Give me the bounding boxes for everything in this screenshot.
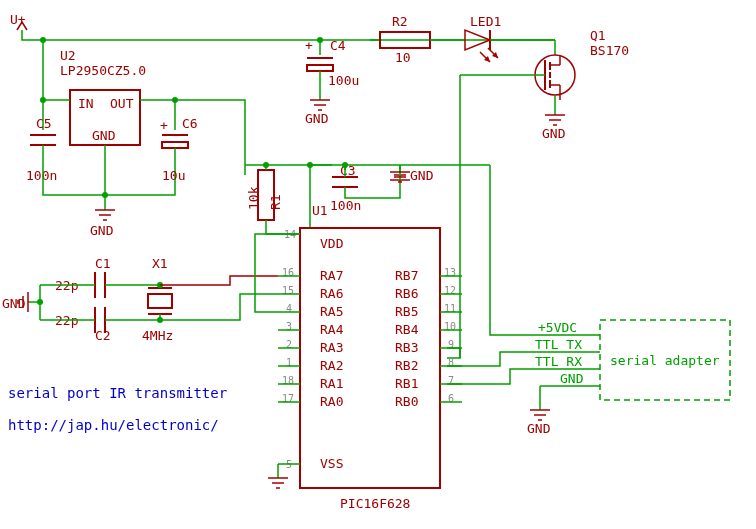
gnd-u1 <box>268 478 288 488</box>
wire-u2-out <box>140 100 245 175</box>
svg-text:RA0: RA0 <box>320 394 343 409</box>
u1-ref: U1 <box>312 203 328 218</box>
u1-left-pins: RA7 RA6 RA5 RA4 RA3 RA2 RA1 RA0 16 15 4 … <box>282 267 344 409</box>
svg-text:+: + <box>305 38 313 53</box>
q1-ref: Q1 <box>590 28 606 43</box>
url-text: http://jap.hu/electronic/ <box>8 417 219 433</box>
svg-point-41 <box>263 162 269 168</box>
svg-text:RA1: RA1 <box>320 376 343 391</box>
line-rx: TTL RX <box>535 354 582 369</box>
gnd-xtal: GND <box>2 292 28 312</box>
svg-text:RA2: RA2 <box>320 358 343 373</box>
r1-ref: R1 <box>268 194 283 210</box>
serial-adapter-label: serial adapter <box>610 353 720 368</box>
svg-text:RB1: RB1 <box>395 376 418 391</box>
c3-val: 100n <box>330 198 361 213</box>
svg-text:GND: GND <box>90 223 114 238</box>
u1-vdd: VDD <box>320 236 344 251</box>
svg-text:RB6: RB6 <box>395 286 418 301</box>
x1-ref: X1 <box>152 256 168 271</box>
u1-vss: VSS <box>320 456 343 471</box>
svg-text:RB2: RB2 <box>395 358 418 373</box>
led1-ref: LED1 <box>470 14 501 29</box>
svg-text:RA3: RA3 <box>320 340 343 355</box>
gnd-u2: GND <box>90 210 115 238</box>
q1-part: BS170 <box>590 43 629 58</box>
line-gnd: GND <box>560 371 584 386</box>
line-tx: TTL TX <box>535 337 582 352</box>
svg-text:GND: GND <box>527 421 551 436</box>
u2-in: IN <box>78 96 94 111</box>
svg-rect-11 <box>162 142 188 148</box>
title-text: serial port IR transmitter <box>8 385 227 401</box>
svg-text:RA5: RA5 <box>320 304 343 319</box>
r2-val: 10 <box>395 50 411 65</box>
svg-text:RB3: RB3 <box>395 340 418 355</box>
x1-val: 4MHz <box>142 328 173 343</box>
gnd-serial: GND <box>527 410 551 436</box>
u2-gnd: GND <box>92 128 116 143</box>
svg-text:RA6: RA6 <box>320 286 343 301</box>
svg-rect-115 <box>148 294 172 308</box>
c4-val: 100u <box>328 73 359 88</box>
u1-part: PIC16F628 <box>340 496 410 511</box>
svg-text:RA7: RA7 <box>320 268 343 283</box>
c6-val: 10u <box>162 168 185 183</box>
c5-ref: C5 <box>36 116 52 131</box>
gnd-q1: GND <box>542 115 566 141</box>
svg-text:GND: GND <box>305 111 329 126</box>
svg-text:RB5: RB5 <box>395 304 418 319</box>
svg-point-120 <box>342 162 348 168</box>
c1-ref: C1 <box>95 256 111 271</box>
c6-ref: C6 <box>182 116 198 131</box>
svg-text:GND: GND <box>2 296 26 311</box>
r2-ref: R2 <box>392 14 408 29</box>
svg-text:GND: GND <box>410 168 434 183</box>
svg-text:RB4: RB4 <box>395 322 419 337</box>
u1-right-pins: RB7 RB6 RB5 RB4 RB3 RB2 RB1 RB0 13 12 11… <box>395 267 456 409</box>
svg-text:GND: GND <box>542 126 566 141</box>
c2-ref: C2 <box>95 328 111 343</box>
u2-out: OUT <box>110 96 134 111</box>
gnd-c4: GND <box>305 100 330 126</box>
c4-ref: C4 <box>330 38 346 53</box>
u2-part: LP2950CZ5.0 <box>60 63 146 78</box>
u2-ref: U2 <box>60 48 76 63</box>
svg-point-13 <box>317 37 323 43</box>
svg-point-9 <box>172 97 178 103</box>
svg-point-1 <box>40 97 46 103</box>
line-5v: +5VDC <box>538 320 577 335</box>
svg-point-109 <box>37 299 43 305</box>
svg-text:+: + <box>160 118 168 133</box>
c5-val: 100n <box>26 168 57 183</box>
svg-text:RB0: RB0 <box>395 394 418 409</box>
svg-text:RB7: RB7 <box>395 268 418 283</box>
svg-point-0 <box>40 37 46 43</box>
schematic: U+ U2 LP2950CZ5.0 IN OUT GND C5 100n GND… <box>0 0 756 529</box>
svg-text:RA4: RA4 <box>320 322 344 337</box>
svg-rect-16 <box>307 65 333 71</box>
wire-top-rail <box>22 30 555 40</box>
